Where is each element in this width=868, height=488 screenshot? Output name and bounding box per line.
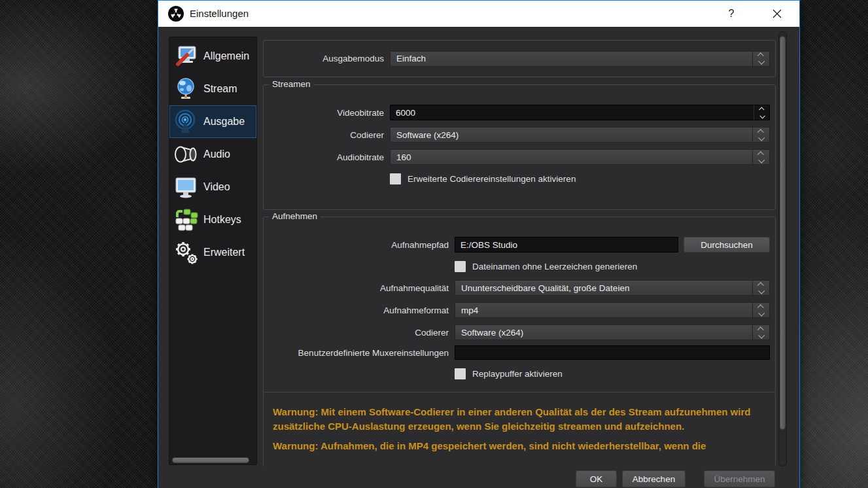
output-icon bbox=[173, 109, 199, 135]
sidebar-item-label: Video bbox=[203, 181, 230, 193]
output-mode-select[interactable]: Einfach bbox=[390, 51, 770, 67]
warnings-box: Warnung: Mit einem Software-Codierer in … bbox=[263, 392, 776, 466]
recording-format-value: mp4 bbox=[461, 305, 478, 315]
spinner-buttons[interactable] bbox=[754, 105, 769, 120]
video-icon bbox=[173, 174, 199, 200]
sidebar-item-label: Ausgabe bbox=[203, 116, 245, 128]
replay-buffer-checkbox[interactable] bbox=[455, 368, 466, 379]
desktop: { "window": { "title": "Einstellungen", … bbox=[0, 0, 868, 488]
chevron-up-icon[interactable] bbox=[754, 105, 769, 113]
cancel-button[interactable]: Abbrechen bbox=[622, 470, 686, 487]
muxer-settings-field bbox=[455, 345, 770, 360]
advanced-icon bbox=[173, 239, 199, 266]
sidebar-item-label: Erweitert bbox=[203, 247, 245, 258]
output-mode-box: Ausgabemodus Einfach bbox=[263, 40, 776, 77]
stream-encoder-value: Software (x264) bbox=[396, 130, 459, 140]
streaming-group-title: Streamen bbox=[269, 79, 314, 89]
no-spaces-checkbox[interactable] bbox=[455, 261, 466, 272]
stream-encoder-label: Codierer bbox=[264, 130, 384, 140]
recording-format-select[interactable]: mp4 bbox=[455, 302, 770, 318]
recording-encoder-select[interactable]: Software (x264) bbox=[455, 324, 770, 340]
window-title: Einstellungen bbox=[190, 1, 249, 27]
replay-buffer-checkbox-label: Replaypuffer aktivieren bbox=[472, 369, 563, 379]
warning-mp4-recovery: Warnung: Aufnahmen, die in MP4 gespeiche… bbox=[273, 439, 752, 453]
chevron-updown-icon bbox=[752, 128, 769, 142]
chevron-updown-icon bbox=[752, 303, 769, 317]
output-mode-label: Ausgabemodus bbox=[264, 54, 384, 63]
ok-button[interactable]: OK bbox=[576, 470, 617, 487]
dialog-body: Allgemein Stream bbox=[158, 27, 799, 488]
output-mode-value: Einfach bbox=[396, 54, 426, 63]
sidebar-item-label: Stream bbox=[203, 83, 237, 95]
recording-group: Aufnehmen Aufnahmepfad Durchsuchen Datei… bbox=[263, 217, 776, 394]
chevron-updown-icon bbox=[752, 52, 769, 66]
recording-quality-label: Aufnahmequalität bbox=[264, 283, 449, 293]
sidebar-item-stream[interactable]: Stream bbox=[169, 73, 256, 105]
advanced-encoder-checkbox[interactable] bbox=[390, 173, 401, 184]
sidebar-item-video[interactable]: Video bbox=[169, 171, 256, 203]
stream-encoder-select[interactable]: Software (x264) bbox=[390, 127, 770, 143]
video-bitrate-input[interactable] bbox=[391, 105, 754, 120]
sidebar-item-label: Audio bbox=[203, 148, 230, 160]
apply-button[interactable]: Übernehmen bbox=[704, 470, 775, 487]
help-button[interactable]: ? bbox=[720, 1, 742, 27]
titlebar[interactable]: Einstellungen ? bbox=[158, 1, 799, 27]
general-icon bbox=[173, 43, 199, 69]
stream-icon bbox=[173, 76, 199, 102]
sidebar-item-allgemein[interactable]: Allgemein bbox=[169, 40, 256, 73]
video-bitrate-label: Videobitrate bbox=[264, 108, 384, 118]
recording-encoder-value: Software (x264) bbox=[461, 328, 523, 338]
settings-vertical-scrollbar[interactable] bbox=[778, 31, 787, 466]
sidebar-item-ausgabe[interactable]: Ausgabe bbox=[169, 105, 256, 138]
muxer-settings-input[interactable] bbox=[455, 346, 769, 359]
audio-bitrate-value: 160 bbox=[396, 152, 411, 162]
browse-button[interactable]: Durchsuchen bbox=[684, 237, 770, 253]
chevron-updown-icon bbox=[752, 325, 769, 340]
sidebar-horizontal-scrollbar[interactable] bbox=[172, 457, 249, 463]
audio-bitrate-select[interactable]: 160 bbox=[390, 149, 770, 165]
recording-group-title: Aufnehmen bbox=[269, 211, 321, 221]
chevron-down-icon[interactable] bbox=[754, 113, 769, 120]
close-icon bbox=[773, 9, 782, 18]
advanced-encoder-checkbox-label: Erweiterte Codierereinstellungen aktivie… bbox=[408, 174, 576, 184]
recording-format-label: Aufnahmeformat bbox=[264, 305, 449, 315]
settings-scroll-area: Ausgabemodus Einfach Streamen Videobitra… bbox=[263, 31, 776, 466]
sidebar-item-erweitert[interactable]: Erweitert bbox=[169, 236, 256, 269]
sidebar-item-label: Hotkeys bbox=[203, 214, 241, 226]
recording-quality-value: Ununterscheidbare Qualität, große Dateie… bbox=[461, 283, 629, 293]
recording-encoder-label: Codierer bbox=[264, 328, 449, 338]
hotkeys-icon bbox=[173, 207, 199, 233]
close-button[interactable] bbox=[766, 1, 788, 27]
settings-sidebar: Allgemein Stream bbox=[169, 37, 257, 465]
chevron-updown-icon bbox=[752, 281, 769, 295]
sidebar-item-label: Allgemein bbox=[203, 50, 249, 62]
warning-software-encoder: Warnung: Mit einem Software-Codierer in … bbox=[273, 405, 752, 433]
obs-logo-icon bbox=[167, 5, 184, 22]
streaming-group: Streamen Videobitrate Codierer Softwa bbox=[263, 84, 776, 210]
chevron-updown-icon bbox=[752, 150, 769, 164]
recording-path-label: Aufnahmepfad bbox=[264, 240, 449, 250]
recording-path-field bbox=[455, 237, 678, 253]
audio-bitrate-label: Audiobitrate bbox=[264, 152, 384, 162]
video-bitrate-spinbox bbox=[390, 105, 770, 120]
scrollbar-thumb[interactable] bbox=[780, 36, 786, 430]
recording-quality-select[interactable]: Ununterscheidbare Qualität, große Dateie… bbox=[455, 280, 770, 296]
audio-icon bbox=[173, 141, 199, 167]
sidebar-item-hotkeys[interactable]: Hotkeys bbox=[169, 203, 256, 236]
settings-dialog: Einstellungen ? Allgemein bbox=[158, 0, 800, 488]
muxer-settings-label: Benutzerdefinierte Muxereinstellungen bbox=[264, 348, 449, 358]
no-spaces-checkbox-label: Dateinamen ohne Leerzeichen generieren bbox=[472, 262, 637, 271]
recording-path-input[interactable] bbox=[455, 237, 678, 252]
sidebar-item-audio[interactable]: Audio bbox=[169, 138, 256, 171]
